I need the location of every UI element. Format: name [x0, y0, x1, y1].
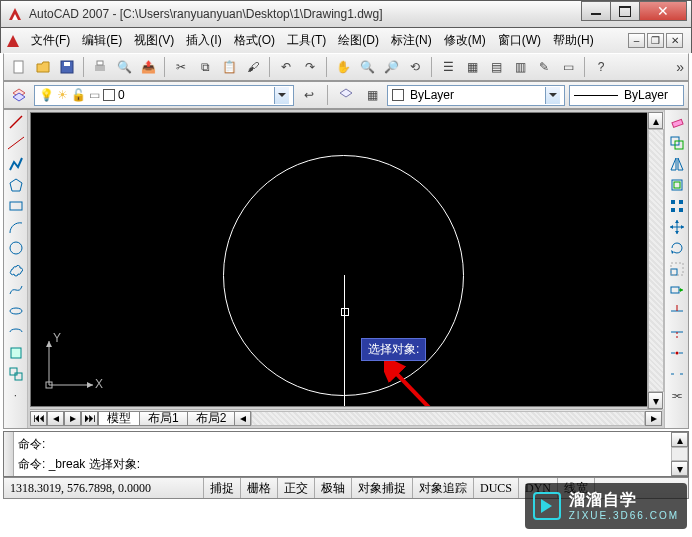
redo-button[interactable]: ↷	[299, 56, 321, 78]
menu-modify[interactable]: 修改(M)	[438, 29, 492, 52]
extend-tool[interactable]	[667, 322, 687, 342]
command-window[interactable]: 命令: 命令: _break 选择对象: ▴ ▾	[3, 431, 689, 477]
polar-toggle[interactable]: 极轴	[315, 478, 352, 498]
trim-tool[interactable]	[667, 301, 687, 321]
tab-layout1[interactable]: 布局1	[139, 411, 188, 426]
help-button[interactable]: ?	[590, 56, 612, 78]
rectangle-tool[interactable]	[6, 196, 26, 216]
qnew-button[interactable]	[8, 56, 30, 78]
ellipse-tool[interactable]	[6, 301, 26, 321]
zoom-rt-button[interactable]: 🔍	[356, 56, 378, 78]
layer-dropdown[interactable]: 💡 ☀ 🔓 ▭ 0	[34, 85, 294, 106]
match-button[interactable]: 🖌	[242, 56, 264, 78]
zoom-window-button[interactable]: 🔎	[380, 56, 402, 78]
maximize-button[interactable]	[610, 1, 640, 21]
paste-button[interactable]: 📋	[218, 56, 240, 78]
array-tool[interactable]	[667, 196, 687, 216]
save-button[interactable]	[56, 56, 78, 78]
ssm-button[interactable]: ▥	[509, 56, 531, 78]
print-button[interactable]	[89, 56, 111, 78]
tool-palette-button[interactable]: ▤	[485, 56, 507, 78]
snap-toggle[interactable]: 捕捉	[204, 478, 241, 498]
markup-button[interactable]: ✎	[533, 56, 555, 78]
erase-tool[interactable]	[667, 112, 687, 132]
menu-window[interactable]: 窗口(W)	[492, 29, 547, 52]
dropdown-arrow-icon[interactable]	[545, 87, 560, 104]
open-button[interactable]	[32, 56, 54, 78]
properties-button[interactable]: ☰	[437, 56, 459, 78]
layer-states-button[interactable]	[335, 84, 357, 106]
coords-display[interactable]: 1318.3019, 576.7898, 0.0000	[4, 478, 204, 498]
color-dropdown[interactable]: ByLayer	[387, 85, 565, 106]
join-tool[interactable]: ⫘	[667, 385, 687, 405]
undo-button[interactable]: ↶	[275, 56, 297, 78]
xline-tool[interactable]	[6, 133, 26, 153]
scroll-up-button[interactable]: ▴	[648, 112, 663, 129]
line-tool[interactable]	[6, 112, 26, 132]
make-block-tool[interactable]	[6, 364, 26, 384]
hscroll-left-button[interactable]: ◂	[234, 411, 251, 426]
dcenter-button[interactable]: ▦	[461, 56, 483, 78]
dropdown-arrow-icon[interactable]	[274, 87, 289, 104]
menu-dimension[interactable]: 标注(N)	[385, 29, 438, 52]
calc-button[interactable]: ▭	[557, 56, 579, 78]
layer-previous-button[interactable]: ↩	[298, 84, 320, 106]
circle-tool[interactable]	[6, 238, 26, 258]
command-grip-icon[interactable]	[4, 432, 14, 476]
publish-button[interactable]: 📤	[137, 56, 159, 78]
arc-tool[interactable]	[6, 217, 26, 237]
copy-tool[interactable]	[667, 133, 687, 153]
menu-format[interactable]: 格式(O)	[228, 29, 281, 52]
mdi-minimize[interactable]: –	[628, 33, 645, 48]
layer-iso-button[interactable]: ▦	[361, 84, 383, 106]
menu-tools[interactable]: 工具(T)	[281, 29, 332, 52]
close-button[interactable]: ✕	[639, 1, 687, 21]
scroll-down-button[interactable]: ▾	[648, 392, 663, 409]
tab-layout2[interactable]: 布局2	[187, 411, 236, 426]
spline-tool[interactable]	[6, 280, 26, 300]
menu-draw[interactable]: 绘图(D)	[332, 29, 385, 52]
ellipse-arc-tool[interactable]	[6, 322, 26, 342]
command-text[interactable]: 命令: 命令: _break 选择对象:	[14, 432, 671, 476]
copy-button[interactable]: ⧉	[194, 56, 216, 78]
otrack-toggle[interactable]: 对象追踪	[413, 478, 474, 498]
tab-last-button[interactable]: ⏭	[81, 411, 98, 426]
command-scrollbar[interactable]: ▴ ▾	[671, 432, 688, 476]
pan-button[interactable]: ✋	[332, 56, 354, 78]
scroll-down-button[interactable]: ▾	[671, 461, 688, 476]
grid-toggle[interactable]: 栅格	[241, 478, 278, 498]
zoom-prev-button[interactable]: ⟲	[404, 56, 426, 78]
layer-manager-button[interactable]	[8, 84, 30, 106]
menu-view[interactable]: 视图(V)	[128, 29, 180, 52]
pline-tool[interactable]	[6, 154, 26, 174]
menu-edit[interactable]: 编辑(E)	[76, 29, 128, 52]
stretch-tool[interactable]	[667, 280, 687, 300]
vertical-scrollbar[interactable]: ▴ ▾	[647, 112, 664, 409]
plot-preview-button[interactable]: 🔍	[113, 56, 135, 78]
ducs-toggle[interactable]: DUCS	[474, 478, 519, 498]
menu-help[interactable]: 帮助(H)	[547, 29, 600, 52]
insert-block-tool[interactable]	[6, 343, 26, 363]
minimize-button[interactable]	[581, 1, 611, 21]
break-tool[interactable]	[667, 364, 687, 384]
tab-model[interactable]: 模型	[98, 411, 140, 426]
break-at-point-tool[interactable]	[667, 343, 687, 363]
ortho-toggle[interactable]: 正交	[278, 478, 315, 498]
tab-first-button[interactable]: ⏮	[30, 411, 47, 426]
rotate-tool[interactable]	[667, 238, 687, 258]
toolbar-overflow-icon[interactable]: »	[676, 59, 684, 75]
menu-insert[interactable]: 插入(I)	[180, 29, 227, 52]
scale-tool[interactable]	[667, 259, 687, 279]
polygon-tool[interactable]	[6, 175, 26, 195]
mirror-tool[interactable]	[667, 154, 687, 174]
osnap-toggle[interactable]: 对象捕捉	[352, 478, 413, 498]
hscroll-track[interactable]	[251, 411, 645, 426]
drawing-canvas[interactable]: 选择对象: X Y	[30, 112, 662, 407]
move-tool[interactable]	[667, 217, 687, 237]
revcloud-tool[interactable]	[6, 259, 26, 279]
offset-tool[interactable]	[667, 175, 687, 195]
linetype-dropdown[interactable]: ByLayer	[569, 85, 684, 106]
mdi-restore[interactable]: ❐	[647, 33, 664, 48]
scroll-up-button[interactable]: ▴	[671, 432, 688, 447]
mdi-close[interactable]: ✕	[666, 33, 683, 48]
